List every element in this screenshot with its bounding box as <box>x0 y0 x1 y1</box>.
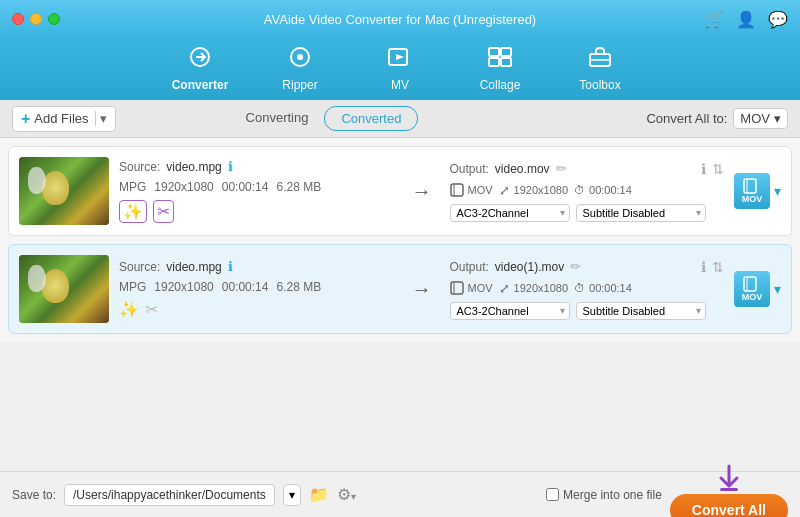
convert-all-to-label: Convert All to: <box>646 111 727 126</box>
minimize-button[interactable] <box>30 13 42 25</box>
source-label-1: Source: <box>119 160 160 174</box>
output-row-1: MOV ⤢ 1920x1080 ⏱ 00:00:14 <box>450 183 725 198</box>
edit-icon-1[interactable]: ✏ <box>556 161 567 176</box>
add-files-button[interactable]: + Add Files ▾ <box>12 106 116 132</box>
tab-toolbox[interactable]: Toolbox <box>570 46 630 92</box>
file-size-1: 6.28 MB <box>276 180 321 194</box>
traffic-lights <box>12 13 60 25</box>
merge-label: Merge into one file <box>546 488 662 502</box>
convert-btn-dropdown-2[interactable]: ▾ <box>774 281 781 297</box>
resize-icon-2: ⤢ <box>499 281 510 296</box>
output-name-2: video(1).mov <box>495 260 564 274</box>
source-info-icon-1[interactable]: ℹ <box>228 159 233 174</box>
ripper-label: Ripper <box>282 78 317 92</box>
file-meta-2: MPG 1920x1080 00:00:14 6.28 MB <box>119 280 394 294</box>
output-resolution-meta-1: ⤢ 1920x1080 <box>499 183 568 198</box>
convert-arrow-1: → <box>412 180 432 203</box>
svg-point-2 <box>297 54 303 60</box>
convert-btn-col-1: MOV ▾ <box>734 173 781 209</box>
file-size-2: 6.28 MB <box>276 280 321 294</box>
thumbnail-image-2 <box>19 255 109 323</box>
subtitle-value-2: Subtitle Disabled <box>583 305 666 317</box>
toolbar: + Add Files ▾ Converting Converted Conve… <box>0 100 800 138</box>
svg-rect-18 <box>720 488 738 491</box>
settings-icon[interactable]: ⚙▾ <box>337 485 356 504</box>
info-controls-1: ℹ ⇅ <box>701 161 724 177</box>
convert-all-wrapper: Convert All <box>670 464 788 518</box>
file-actions-1: ✨ ✂ <box>119 200 394 223</box>
source-label-2: Source: <box>119 260 160 274</box>
file-meta-1: MPG 1920x1080 00:00:14 6.28 MB <box>119 180 394 194</box>
output-format-1: MOV <box>468 184 493 196</box>
svg-rect-5 <box>501 48 511 56</box>
mov-button-2[interactable]: MOV <box>734 271 770 307</box>
format-select[interactable]: MOV ▾ <box>733 108 788 129</box>
wand-icon-2[interactable]: ✨ <box>119 300 139 319</box>
output-controls-row-2: AC3-2Channel ▾ Subtitle Disabled ▾ <box>450 302 725 320</box>
output-section-2: Output: video(1).mov ✏ ℹ ⇅ MOV <box>450 259 725 320</box>
wand-icon-1[interactable]: ✨ <box>119 200 147 223</box>
close-button[interactable] <box>12 13 24 25</box>
file-duration-2: 00:00:14 <box>222 280 269 294</box>
user-icon[interactable]: 👤 <box>736 10 756 29</box>
output-settings-icon-1[interactable]: ⇅ <box>712 161 724 177</box>
subtitle-select-2[interactable]: Subtitle Disabled ▾ <box>576 302 706 320</box>
nav-tabs: Converter Ripper MV <box>0 38 800 100</box>
save-to-label: Save to: <box>12 488 56 502</box>
convert-all-button[interactable]: Convert All <box>670 494 788 518</box>
file-row-1: Source: video.mpg ℹ MPG 1920x1080 00:00:… <box>8 146 792 236</box>
subtitle-select-1[interactable]: Subtitle Disabled ▾ <box>576 204 706 222</box>
path-dropdown-arrow[interactable]: ▾ <box>283 484 301 506</box>
folder-icon[interactable]: 📁 <box>309 485 329 504</box>
subtitle-dropdown-arrow-2: ▾ <box>696 305 701 316</box>
svg-rect-4 <box>489 48 499 56</box>
file-format-1: MPG <box>119 180 146 194</box>
edit-icon-2[interactable]: ✏ <box>570 259 581 274</box>
svg-rect-10 <box>451 184 463 196</box>
content-area: Source: video.mpg ℹ MPG 1920x1080 00:00:… <box>0 138 800 342</box>
scissors-icon-2[interactable]: ✂ <box>145 300 158 319</box>
audio-channel-select-1[interactable]: AC3-2Channel ▾ <box>450 204 570 222</box>
output-duration-meta-1: ⏱ 00:00:14 <box>574 184 632 196</box>
converting-tab[interactable]: Converting <box>230 106 325 131</box>
output-info-icon-2[interactable]: ℹ <box>701 259 706 275</box>
collage-label: Collage <box>480 78 521 92</box>
audio-channel-value-1: AC3-2Channel <box>457 207 529 219</box>
convert-btn-dropdown-1[interactable]: ▾ <box>774 183 781 199</box>
svg-rect-6 <box>489 58 499 66</box>
info-controls-2: ℹ ⇅ <box>701 259 724 275</box>
chat-icon[interactable]: 💬 <box>768 10 788 29</box>
clock-icon-1: ⏱ <box>574 184 585 196</box>
audio-dropdown-arrow-1: ▾ <box>560 207 565 218</box>
tab-ripper[interactable]: Ripper <box>270 46 330 92</box>
title-bar-icons: 🛒 👤 💬 <box>704 10 788 29</box>
collage-icon <box>487 46 513 74</box>
maximize-button[interactable] <box>48 13 60 25</box>
tab-collage[interactable]: Collage <box>470 46 530 92</box>
audio-dropdown-arrow-2: ▾ <box>560 305 565 316</box>
output-format-meta-1: MOV <box>450 183 493 197</box>
tab-converter[interactable]: Converter <box>170 46 230 92</box>
mov-button-1[interactable]: MOV <box>734 173 770 209</box>
subtitle-dropdown-arrow-1: ▾ <box>696 207 701 218</box>
output-header-1: Output: video.mov ✏ ℹ ⇅ <box>450 161 725 177</box>
svg-rect-12 <box>744 179 756 193</box>
save-path-field[interactable]: /Users/ihappyacethinker/Documents <box>64 484 275 506</box>
output-format-meta-2: MOV <box>450 281 493 295</box>
output-settings-icon-2[interactable]: ⇅ <box>712 259 724 275</box>
tab-mv[interactable]: MV <box>370 46 430 92</box>
scissors-icon-1[interactable]: ✂ <box>153 200 174 223</box>
arrow-col-1: → <box>404 180 440 203</box>
convert-all-to: Convert All to: MOV ▾ <box>646 108 788 129</box>
add-files-dropdown-arrow[interactable]: ▾ <box>95 111 107 126</box>
cart-icon[interactable]: 🛒 <box>704 10 724 29</box>
output-info-icon-1[interactable]: ℹ <box>701 161 706 177</box>
file-resolution-1: 1920x1080 <box>154 180 213 194</box>
toolbar-tabs: Converting Converted <box>230 106 419 131</box>
merge-checkbox[interactable] <box>546 488 559 501</box>
audio-channel-select-2[interactable]: AC3-2Channel ▾ <box>450 302 570 320</box>
converted-tab[interactable]: Converted <box>324 106 418 131</box>
source-info-icon-2[interactable]: ℹ <box>228 259 233 274</box>
file-row-2: Source: video.mpg ℹ MPG 1920x1080 00:00:… <box>8 244 792 334</box>
output-row-2: MOV ⤢ 1920x1080 ⏱ 00:00:14 <box>450 281 725 296</box>
